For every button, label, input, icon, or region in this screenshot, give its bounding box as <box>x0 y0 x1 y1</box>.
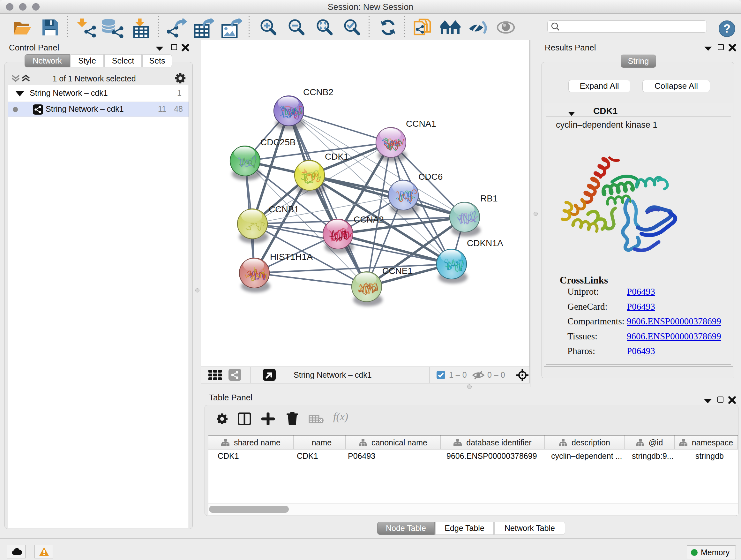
svg-text:CDC6: CDC6 <box>418 172 443 182</box>
svg-text:CDC25B: CDC25B <box>260 137 295 147</box>
svg-text:CCNB1: CCNB1 <box>269 204 299 214</box>
svg-text:CCNE1: CCNE1 <box>382 266 413 276</box>
svg-text:HIST1H1A: HIST1H1A <box>270 252 313 262</box>
svg-text:CCNA1: CCNA1 <box>406 119 436 129</box>
svg-text:CCNA2: CCNA2 <box>354 214 384 225</box>
svg-text:CCNB2: CCNB2 <box>303 87 333 97</box>
svg-text:?: ? <box>724 22 731 35</box>
svg-text:CDKN1A: CDKN1A <box>467 238 503 248</box>
svg-text:CDK1: CDK1 <box>325 152 349 162</box>
svg-text:RB1: RB1 <box>480 193 497 203</box>
